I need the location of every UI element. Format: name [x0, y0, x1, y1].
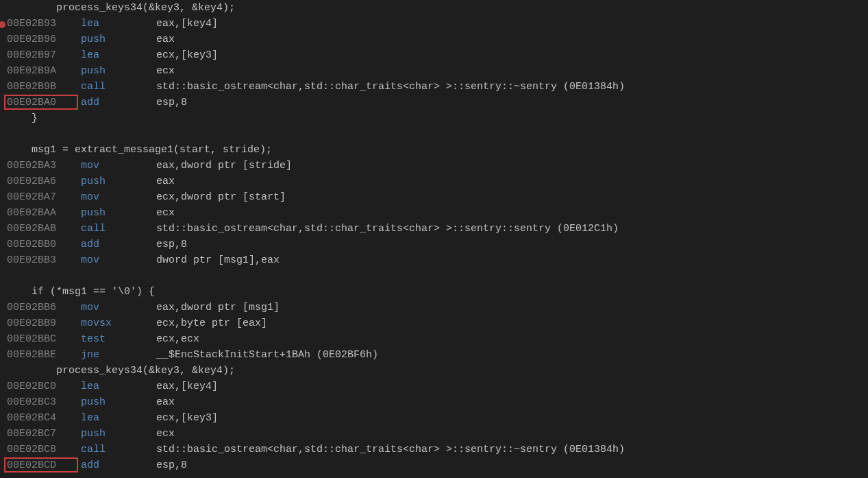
address: 00E02BAB — [7, 221, 69, 237]
operands: ecx — [144, 63, 175, 79]
address: 00E02B96 — [7, 32, 69, 47]
mnemonic: jne — [69, 347, 144, 363]
mnemonic: push — [69, 32, 144, 47]
operands: eax — [144, 32, 175, 47]
mnemonic: add — [69, 95, 144, 110]
code-line[interactable]: 00E02BB9 movsx ecx,byte ptr [eax] — [0, 315, 868, 331]
source-line: process_keys34(&key3, &key4); — [7, 363, 235, 379]
address: 00E02B9B — [7, 79, 69, 95]
mnemonic: test — [69, 331, 144, 347]
code-line[interactable]: 00E02BB0 add esp,8 — [0, 237, 868, 252]
operands: eax,dword ptr [msg1] — [144, 300, 280, 315]
address: 00E02BB9 — [7, 315, 69, 331]
source-line: msg1 = extract_message1(start, stride); — [7, 142, 272, 158]
mnemonic: push — [69, 174, 144, 189]
operands: esp,8 — [144, 237, 187, 252]
address: 00E02BA3 — [7, 158, 69, 174]
code-line[interactable]: 00E02BAA push ecx — [0, 205, 868, 221]
address: 00E02BB3 — [7, 252, 69, 268]
mnemonic: mov — [69, 158, 144, 174]
code-line[interactable]: 00E02BC8 call std::basic_ostream<char,st… — [0, 442, 868, 457]
mnemonic: mov — [69, 189, 144, 205]
address: 00E02BBE — [7, 347, 69, 363]
code-line[interactable]: 00E02BBE jne __$EncStackInitStart+1BAh (… — [0, 347, 868, 363]
operands: esp,8 — [144, 95, 187, 110]
code-line[interactable]: 00E02BC4 lea ecx,[key3] — [0, 410, 868, 426]
code-line[interactable]: 00E02BCD add esp,8 — [0, 457, 868, 473]
code-line[interactable]: 00E02BBC test ecx,ecx — [0, 331, 868, 347]
code-line[interactable]: 00E02B96 push eax — [0, 32, 868, 47]
address: 00E02B9A — [7, 63, 69, 79]
address: 00E02BA0 — [7, 95, 69, 110]
mnemonic: call — [69, 221, 144, 237]
code-line[interactable]: 00E02BB3 mov dword ptr [msg1],eax — [0, 252, 868, 268]
code-line[interactable]: 00E02BC7 push ecx — [0, 426, 868, 442]
address: 00E02BB0 — [7, 237, 69, 252]
mnemonic: call — [69, 442, 144, 457]
operands: ecx,[key3] — [144, 410, 218, 426]
code-line[interactable]: 00E02B93 lea eax,[key4] — [0, 16, 868, 32]
operands: ecx,byte ptr [eax] — [144, 315, 267, 331]
mnemonic: mov — [69, 300, 144, 315]
operands: std::basic_ostream<char,std::char_traits… — [144, 79, 625, 95]
code-line[interactable]: if (*msg1 == '\0') { — [0, 284, 868, 300]
mnemonic: add — [69, 457, 144, 473]
code-line[interactable]: 00E02BC3 push eax — [0, 394, 868, 410]
operands: std::basic_ostream<char,std::char_traits… — [144, 221, 619, 237]
code-line[interactable]: process_keys34(&key3, &key4); — [0, 0, 868, 16]
mnemonic: push — [69, 205, 144, 221]
code-line[interactable] — [0, 268, 868, 284]
code-line[interactable]: 00E02BA3 mov eax,dword ptr [stride] — [0, 158, 868, 174]
operands: std::basic_ostream<char,std::char_traits… — [144, 442, 625, 457]
breakpoint-icon[interactable] — [0, 21, 5, 28]
mnemonic: lea — [69, 16, 144, 32]
operands: eax,[key4] — [144, 379, 218, 394]
source-line: if (*msg1 == '\0') { — [7, 284, 155, 300]
mnemonic: call — [69, 79, 144, 95]
mnemonic: push — [69, 63, 144, 79]
code-line[interactable]: 00E02B9A push ecx — [0, 63, 868, 79]
address: 00E02BCD — [7, 457, 69, 473]
address: 00E02BAA — [7, 205, 69, 221]
operands: ecx,[key3] — [144, 47, 218, 63]
address: 00E02BBC — [7, 331, 69, 347]
source-line: } — [7, 110, 38, 126]
address: 00E02B97 — [7, 47, 69, 63]
address: 00E02BC3 — [7, 394, 69, 410]
mnemonic: lea — [69, 47, 144, 63]
operands: __$EncStackInitStart+1BAh (0E02BF6h) — [144, 347, 378, 363]
code-line[interactable]: 00E02BAB call std::basic_ostream<char,st… — [0, 221, 868, 237]
operands: ecx,ecx — [144, 331, 199, 347]
code-line[interactable]: 00E02BA7 mov ecx,dword ptr [start] — [0, 189, 868, 205]
operands: dword ptr [msg1],eax — [144, 252, 280, 268]
code-line[interactable]: msg1 = extract_message1(start, stride); — [0, 142, 868, 158]
address: 00E02B93 — [7, 16, 69, 32]
address: 00E02BB6 — [7, 300, 69, 315]
address: 00E02BC8 — [7, 442, 69, 457]
operands: ecx,dword ptr [start] — [144, 189, 286, 205]
address: 00E02BC0 — [7, 379, 69, 394]
gutter[interactable] — [0, 20, 7, 28]
mnemonic: add — [69, 237, 144, 252]
mnemonic: mov — [69, 252, 144, 268]
mnemonic: push — [69, 394, 144, 410]
code-line[interactable]: 00E02BA0 add esp,8 — [0, 95, 868, 110]
code-line[interactable]: 00E02B97 lea ecx,[key3] — [0, 47, 868, 63]
code-line[interactable]: 00E02B9B call std::basic_ostream<char,st… — [0, 79, 868, 95]
operands: ecx — [144, 205, 175, 221]
code-line[interactable]: process_keys34(&key3, &key4); — [0, 363, 868, 379]
code-line[interactable]: 00E02BA6 push eax — [0, 174, 868, 189]
operands: esp,8 — [144, 457, 187, 473]
code-line[interactable]: 00E02BC0 lea eax,[key4] — [0, 379, 868, 394]
code-line[interactable]: } — [0, 110, 868, 126]
operands: ecx — [144, 426, 175, 442]
source-line: process_keys34(&key3, &key4); — [7, 0, 235, 16]
code-line[interactable] — [0, 126, 868, 142]
code-line[interactable]: 00E02BB6 mov eax,dword ptr [msg1] — [0, 300, 868, 315]
address: 00E02BC4 — [7, 410, 69, 426]
disassembly-editor[interactable]: process_keys34(&key3, &key4);00E02B93 le… — [0, 0, 868, 473]
mnemonic: movsx — [69, 315, 144, 331]
mnemonic: lea — [69, 379, 144, 394]
operands: eax — [144, 174, 175, 189]
operands: eax — [144, 394, 175, 410]
